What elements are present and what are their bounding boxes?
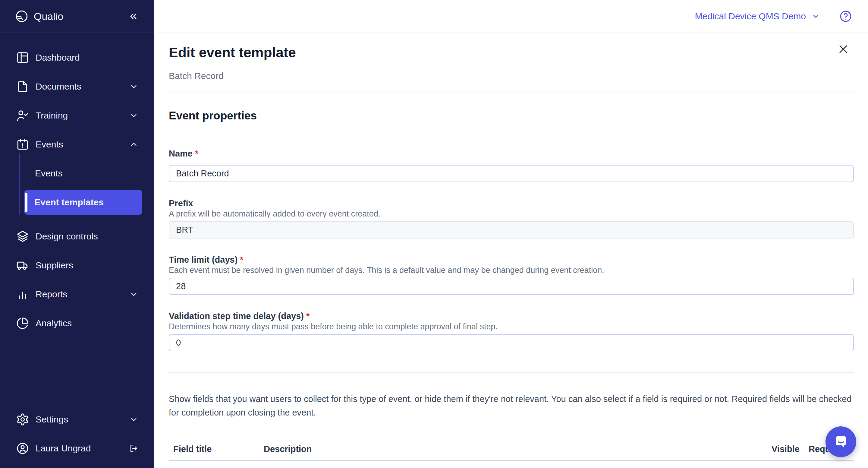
divider — [169, 93, 854, 93]
sidebar-item-label: Dashboard — [36, 53, 80, 63]
time-limit-input[interactable] — [169, 278, 854, 295]
submenu-indent-line — [19, 153, 20, 215]
divider — [169, 372, 854, 373]
sidebar-item-suppliers[interactable]: Suppliers — [0, 251, 154, 280]
brand-name: Qualio — [34, 10, 63, 22]
sidebar-item-label: Training — [36, 110, 68, 121]
sidebar-item-events-list[interactable]: Events — [0, 159, 154, 188]
chevron-down-icon — [129, 415, 138, 424]
page-title: Edit event template — [169, 44, 854, 61]
active-indicator-bar — [25, 193, 27, 212]
sidebar-item-label: Events — [35, 168, 63, 178]
sidebar-item-documents[interactable]: Documents — [0, 72, 154, 101]
chevron-down-icon — [811, 12, 820, 21]
sidebar-item-settings[interactable]: Settings — [0, 405, 154, 434]
main-area: Medical Device QMS Demo Edit event te — [154, 0, 868, 468]
log-out-icon[interactable] — [129, 444, 138, 453]
chevron-down-icon — [129, 82, 138, 91]
pie-chart-icon — [16, 316, 30, 330]
required-asterisk: * — [306, 311, 310, 321]
prefix-helper-text: A prefix will be automatically added to … — [169, 209, 854, 219]
prefix-input — [169, 221, 854, 238]
document-icon — [16, 80, 30, 93]
qualio-logo[interactable]: Qualio — [14, 9, 63, 24]
sidebar: Qualio Dashboard — [0, 0, 154, 468]
column-header-field-title: Field title — [173, 444, 264, 455]
sidebar-footer: Settings Laura Ungrad — [0, 405, 154, 468]
layers-icon — [16, 230, 30, 243]
validation-delay-helper-text: Determines how many days must pass befor… — [169, 321, 854, 332]
time-limit-field-label: Time limit (days)* — [169, 254, 854, 265]
sidebar-item-user[interactable]: Laura Ungrad — [0, 434, 154, 463]
chevron-down-icon — [129, 111, 138, 120]
sidebar-item-events[interactable]: Events — [0, 130, 154, 159]
required-asterisk: * — [195, 149, 198, 158]
truck-icon — [16, 258, 30, 272]
required-asterisk: * — [240, 255, 243, 264]
workspace-name: Medical Device QMS Demo — [695, 11, 806, 21]
sidebar-item-label: Suppliers — [36, 260, 73, 270]
user-name: Laura Ungrad — [36, 443, 91, 454]
gear-icon — [16, 412, 30, 427]
fields-table-header: Field title Description Visible Required — [169, 444, 854, 461]
page-subtitle: Batch Record — [169, 70, 854, 82]
sidebar-item-label: Design controls — [36, 231, 98, 241]
chevron-down-icon — [129, 290, 138, 299]
prefix-field-label: Prefix — [169, 198, 854, 209]
workspace-selector[interactable]: Medical Device QMS Demo — [695, 11, 820, 21]
edit-event-template-modal: Edit event template Batch Record Event p… — [154, 33, 868, 468]
validation-delay-field-label: Validation step time delay (days)* — [169, 311, 854, 321]
help-icon[interactable] — [839, 10, 852, 23]
name-field-label: Name* — [169, 148, 854, 159]
sidebar-item-reports[interactable]: Reports — [0, 280, 154, 309]
sidebar-item-label: Reports — [36, 289, 67, 299]
sidebar-header: Qualio — [0, 0, 154, 33]
topbar: Medical Device QMS Demo — [154, 0, 868, 33]
section-heading: Event properties — [169, 109, 854, 123]
calendar-alert-icon — [16, 138, 30, 151]
user-check-icon — [16, 109, 30, 122]
sidebar-item-event-templates[interactable]: Event templates — [24, 190, 142, 215]
time-limit-helper-text: Each event must be resolved in given num… — [169, 265, 854, 275]
intercom-chat-button[interactable] — [826, 427, 856, 457]
sidebar-item-training[interactable]: Training — [0, 101, 154, 130]
row-field-title: Product — [173, 466, 264, 468]
sidebar-item-analytics[interactable]: Analytics — [0, 309, 154, 338]
sidebar-item-dashboard[interactable]: Dashboard — [0, 43, 154, 72]
chat-bubble-icon — [832, 433, 849, 450]
column-header-description: Description — [264, 444, 772, 455]
close-icon[interactable] — [836, 42, 850, 56]
user-circle-icon — [16, 441, 30, 455]
sidebar-item-label: Settings — [36, 414, 68, 425]
qualio-logo-icon — [14, 9, 29, 24]
name-input[interactable] — [169, 165, 854, 182]
sidebar-item-label: Event templates — [34, 197, 104, 207]
validation-delay-input[interactable] — [169, 334, 854, 351]
qualio-app: Qualio Dashboard — [0, 0, 868, 468]
dashboard-icon — [16, 51, 30, 64]
column-header-visible: Visible — [772, 444, 809, 455]
sidebar-item-label: Documents — [36, 81, 82, 92]
sidebar-nav: Dashboard Documents — [0, 33, 154, 468]
collapse-sidebar-icon[interactable] — [128, 10, 140, 22]
fields-intro-text: Show fields that you want users to colle… — [169, 392, 854, 419]
chevron-up-icon — [129, 140, 138, 149]
table-row: Product Select the product associated wi… — [169, 461, 854, 468]
bar-chart-icon — [16, 287, 30, 301]
events-submenu: Events Event templates — [0, 159, 154, 217]
sidebar-item-label: Analytics — [36, 318, 72, 328]
sidebar-item-label: Events — [36, 139, 63, 150]
row-description: Select the product associated with this … — [264, 466, 772, 468]
sidebar-item-design-controls[interactable]: Design controls — [0, 222, 154, 251]
